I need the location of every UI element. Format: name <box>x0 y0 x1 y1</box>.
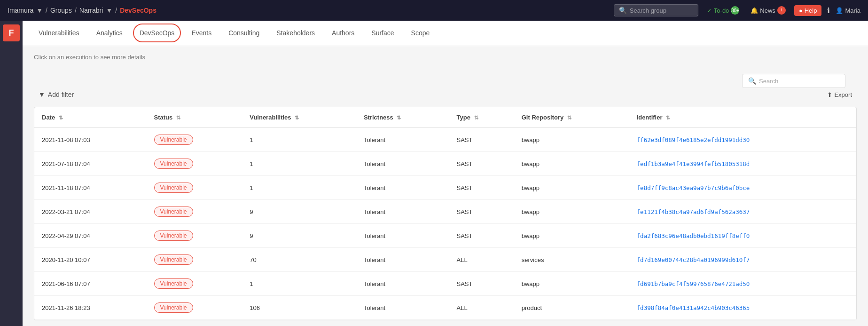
navbar: Imamura ▼ / Groups / Narrabri ▼ / DevSec… <box>0 0 868 21</box>
cell-status: Vulnerable <box>147 176 242 200</box>
table-search-input[interactable] <box>759 78 839 85</box>
cell-git_repository: product <box>514 296 629 320</box>
help-button[interactable]: ● Help <box>794 5 822 16</box>
cell-git_repository: services <box>514 248 629 272</box>
col-identifier: Identifier ⇅ <box>629 107 856 128</box>
info-icon[interactable]: ℹ <box>827 6 830 15</box>
status-badge: Vulnerable <box>154 135 193 145</box>
identifier-link[interactable]: fd7d169e00744c28b4a0196999d610f7 <box>637 256 750 263</box>
sort-icon-vulns[interactable]: ⇅ <box>295 115 299 120</box>
cell-date: 2021-07-18 07:04 <box>34 152 147 176</box>
cell-status: Vulnerable <box>147 128 242 152</box>
breadcrumb-groups[interactable]: Groups <box>50 7 72 14</box>
status-badge: Vulnerable <box>154 302 193 313</box>
logo-text: F <box>9 28 14 38</box>
status-badge: Vulnerable <box>154 254 193 265</box>
identifier-link[interactable]: ff62e3df089f4e6185e2efdd1991dd30 <box>637 136 750 143</box>
cell-type: SAST <box>449 224 514 248</box>
tab-analytics[interactable]: Analytics <box>88 22 131 45</box>
breadcrumb-narrabri[interactable]: Narrabri <box>79 7 103 14</box>
sidebar: F <box>0 21 23 326</box>
cell-identifier: ff62e3df089f4e6185e2efdd1991dd30 <box>629 128 856 152</box>
cell-identifier: fd691b7ba9cf4f599765876e4721ad50 <box>629 272 856 296</box>
todo-label: To-do <box>714 7 729 14</box>
identifier-link[interactable]: fe8d7ff9c8ac43ea9a97b7c9b6af0bce <box>637 184 750 191</box>
sort-icon-status[interactable]: ⇅ <box>176 115 180 120</box>
breadcrumb-sep-3: / <box>75 7 77 14</box>
help-icon: ● <box>799 7 803 14</box>
add-filter-button[interactable]: ▼ Add filter <box>34 88 78 101</box>
sort-icon-type[interactable]: ⇅ <box>474 115 478 120</box>
news-label: News <box>760 7 775 14</box>
table-row[interactable]: 2020-11-20 10:07Vulnerable70TolerantALLs… <box>34 248 856 272</box>
status-badge: Vulnerable <box>154 207 193 217</box>
cell-vulnerabilities: 1 <box>242 176 356 200</box>
cell-identifier: fe1121f4b38c4a97ad6fd9af562a3637 <box>629 200 856 224</box>
identifier-link[interactable]: fd691b7ba9cf4f599765876e4721ad50 <box>637 280 750 287</box>
cell-strictness: Tolerant <box>356 272 449 296</box>
table-row[interactable]: 2021-07-18 07:04Vulnerable1TolerantSASTb… <box>34 152 856 176</box>
table-row[interactable]: 2022-04-29 07:04Vulnerable9TolerantSASTb… <box>34 224 856 248</box>
cell-strictness: Tolerant <box>356 128 449 152</box>
hint-text: Click on an execution to see more detail… <box>34 54 857 61</box>
cell-strictness: Tolerant <box>356 152 449 176</box>
tab-authors[interactable]: Authors <box>323 22 363 45</box>
table-header: Date ⇅ Status ⇅ Vulnerabilities ⇅ <box>34 107 856 128</box>
export-icon: ⬆ <box>827 91 832 98</box>
col-vulnerabilities: Vulnerabilities ⇅ <box>242 107 356 128</box>
cell-type: SAST <box>449 152 514 176</box>
cell-identifier: fe8d7ff9c8ac43ea9a97b7c9b6af0bce <box>629 176 856 200</box>
news-button[interactable]: 🔔 News ! <box>748 4 789 16</box>
cell-date: 2022-04-29 07:04 <box>34 224 147 248</box>
sort-icon-strictness[interactable]: ⇅ <box>397 115 401 120</box>
tab-surface[interactable]: Surface <box>363 22 402 45</box>
table-row[interactable]: 2021-06-16 07:07Vulnerable1TolerantSASTb… <box>34 272 856 296</box>
cell-type: SAST <box>449 200 514 224</box>
cell-strictness: Tolerant <box>356 176 449 200</box>
tab-consulting[interactable]: Consulting <box>220 22 268 45</box>
cell-vulnerabilities: 106 <box>242 296 356 320</box>
sort-icon-identifier[interactable]: ⇅ <box>666 115 670 120</box>
table-body: 2021-11-08 07:03Vulnerable1TolerantSASTb… <box>34 128 856 320</box>
cell-type: SAST <box>449 272 514 296</box>
tab-vulnerabilities[interactable]: Vulnerabilities <box>30 22 88 45</box>
cell-status: Vulnerable <box>147 296 242 320</box>
table-row[interactable]: 2022-03-21 07:04Vulnerable9TolerantSASTb… <box>34 200 856 224</box>
main-content: Vulnerabilities Analytics DevSecOps Even… <box>23 21 868 326</box>
identifier-link[interactable]: fedf1b3a9e4f41e3994fefb51805318d <box>637 160 750 167</box>
identifier-link[interactable]: fd398f84af0e4131a942c4b903c46365 <box>637 304 750 311</box>
cell-status: Vulnerable <box>147 248 242 272</box>
search-group-input[interactable] <box>630 7 693 14</box>
filter-label: Add filter <box>48 91 74 98</box>
table-row[interactable]: 2021-11-18 07:04Vulnerable1TolerantSASTb… <box>34 176 856 200</box>
tab-devsecops[interactable]: DevSecOps <box>131 22 183 45</box>
sort-icon-git[interactable]: ⇅ <box>567 115 571 120</box>
identifier-link[interactable]: fda2f683c96e48adb0ebd1619ff8eff0 <box>637 232 750 239</box>
user-menu[interactable]: 👤 Maria <box>836 7 860 14</box>
cell-git_repository: bwapp <box>514 152 629 176</box>
status-badge: Vulnerable <box>154 183 193 193</box>
breadcrumb-imamura[interactable]: Imamura <box>8 7 33 14</box>
cell-date: 2020-11-20 10:07 <box>34 248 147 272</box>
tab-events[interactable]: Events <box>183 22 220 45</box>
col-status: Status ⇅ <box>147 107 242 128</box>
cell-date: 2021-06-16 07:07 <box>34 272 147 296</box>
cell-identifier: fd7d169e00744c28b4a0196999d610f7 <box>629 248 856 272</box>
cell-type: ALL <box>449 248 514 272</box>
sort-icon-date[interactable]: ⇅ <box>59 115 63 120</box>
tab-stakeholders[interactable]: Stakeholders <box>268 22 323 45</box>
cell-strictness: Tolerant <box>356 224 449 248</box>
todo-button[interactable]: ✓ To-do 30+ <box>704 4 743 16</box>
cell-vulnerabilities: 1 <box>242 272 356 296</box>
checkmark-icon: ✓ <box>707 7 712 14</box>
tab-scope[interactable]: Scope <box>403 22 438 45</box>
cell-identifier: fd398f84af0e4131a942c4b903c46365 <box>629 296 856 320</box>
filter-icon: ▼ <box>39 91 45 98</box>
export-button[interactable]: ⬆ Export <box>822 88 857 101</box>
table-row[interactable]: 2021-11-08 07:03Vulnerable1TolerantSASTb… <box>34 128 856 152</box>
table-row[interactable]: 2021-11-26 18:23Vulnerable106TolerantALL… <box>34 296 856 320</box>
identifier-link[interactable]: fe1121f4b38c4a97ad6fd9af562a3637 <box>637 208 750 215</box>
help-label: Help <box>805 7 817 14</box>
breadcrumb: Imamura ▼ / Groups / Narrabri ▼ / DevSec… <box>8 7 156 14</box>
status-badge: Vulnerable <box>154 231 193 241</box>
